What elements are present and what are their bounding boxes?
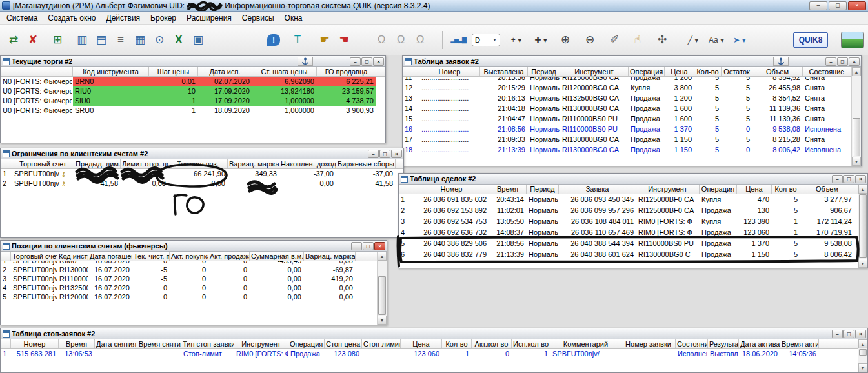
scroll-up-icon[interactable]: ▲: [858, 185, 867, 194]
table-row[interactable]: 526 040 386 829 50621:08:56Нормаль26 040…: [399, 238, 858, 249]
vertical-scrollbar[interactable]: ▲ ▼: [858, 339, 867, 372]
eraser-icon[interactable]: ✐: [605, 30, 624, 50]
pan-icon[interactable]: ✣: [652, 30, 672, 50]
column-header[interactable]: Период: [527, 185, 559, 194]
close-button[interactable]: ×: [373, 57, 384, 66]
column-header[interactable]: Дата активации: [739, 339, 780, 348]
column-header[interactable]: Операция: [700, 185, 737, 194]
column-header[interactable]: Вариац. маржа: [228, 159, 279, 168]
scrollbar-thumb[interactable]: [859, 194, 867, 258]
vertical-scrollbar[interactable]: ▲ ▼: [851, 67, 861, 166]
hand-sign-icon[interactable]: ☛: [315, 30, 334, 50]
minimize-button[interactable]: –: [368, 150, 379, 158]
copy-table-icon[interactable]: ▣: [188, 30, 208, 50]
column-header[interactable]: Результат: [708, 339, 739, 348]
table-row[interactable]: 14........................21:04:18Нормал…: [403, 103, 851, 114]
column-header[interactable]: Заявка: [559, 185, 636, 194]
pin-button[interactable]: [298, 57, 313, 66]
scrollbar-thumb[interactable]: [859, 349, 867, 356]
column-header[interactable]: [1, 252, 11, 261]
table-row[interactable]: 126 036 091 835 03220:43:14Нормаль26 036…: [399, 194, 858, 205]
table-row[interactable]: U0 [FORTS: Фьючерсы]RIU01017.09.202013,9…: [1, 86, 385, 96]
restore-button[interactable]: ◻: [363, 242, 374, 250]
close-button[interactable]: ×: [849, 57, 860, 66]
scrollbar-track[interactable]: [858, 348, 867, 363]
column-header[interactable]: Суммарная в.м.: [250, 252, 304, 261]
window-titlebar[interactable]: Текущие торги #2 – ◻ ×: [1, 56, 385, 67]
quik-button[interactable]: QUIK8: [793, 32, 828, 48]
column-header[interactable]: Накоплен. доход: [279, 159, 336, 168]
column-header[interactable]: Ст. шага цены: [252, 67, 317, 76]
table-row[interactable]: 5SPBFUT00njvRI12000016.07.20200000,000,0…: [1, 292, 377, 301]
column-header[interactable]: Инструмент: [234, 339, 288, 348]
menu-item[interactable]: Система: [1, 12, 43, 24]
column-header[interactable]: Торговый счет: [11, 252, 57, 261]
column-header[interactable]: Операция: [288, 339, 325, 348]
crosshair-icon[interactable]: ✚ ▾: [531, 30, 550, 50]
menu-item[interactable]: Окна: [279, 12, 308, 24]
restore-button[interactable]: ◻: [379, 150, 390, 158]
column-header[interactable]: Шаг цены: [149, 67, 198, 76]
table-row[interactable]: 17........................21:09:33Нормал…: [403, 134, 851, 145]
column-header[interactable]: Биржевые сборы: [336, 159, 396, 168]
column-header[interactable]: Стоп-цена: [325, 339, 362, 348]
table-row[interactable]: 4SPBFUT00njvRI13250016.07.20200000,000,0…: [1, 283, 377, 292]
scrollbar-thumb[interactable]: [378, 276, 386, 315]
close-button[interactable]: ×: [391, 150, 402, 158]
column-header[interactable]: [399, 185, 414, 194]
column-header[interactable]: Кол-во: [694, 67, 722, 76]
window-titlebar[interactable]: Таблица сделок #2 – ◻ ×: [399, 174, 867, 185]
text-label-icon[interactable]: Aa ▾: [707, 30, 726, 50]
line-tool-icon[interactable]: ╱ ▾: [683, 30, 703, 50]
list-icon[interactable]: ≡: [111, 30, 130, 50]
column-header[interactable]: Лимит откр. поз.: [121, 159, 168, 168]
scroll-up-icon[interactable]: ▲: [852, 67, 861, 76]
column-header[interactable]: Тек.чист.поз.: [168, 159, 228, 168]
disconnect-icon[interactable]: ✘: [23, 30, 43, 50]
close-button[interactable]: ×: [855, 175, 866, 183]
table-row[interactable]: 2SPBFUT00njv41,580,000,000,0041,58: [1, 179, 403, 188]
close-button[interactable]: ×: [855, 330, 866, 338]
column-header[interactable]: Стоп-лимит: [362, 339, 401, 348]
scrollbar-thumb[interactable]: [853, 118, 860, 156]
scrollbar-track[interactable]: [858, 194, 867, 259]
column-header[interactable]: Номер: [414, 185, 489, 194]
table-row[interactable]: U0 [FORTS: Фьючерсы]SRU0118.09.20201,000…: [1, 106, 385, 116]
table-row[interactable]: 2SPBFUT00njvRI13000016.07.2020-5000,00-6…: [1, 265, 377, 274]
chart-table-icon[interactable]: ▥: [72, 30, 92, 50]
pin-button[interactable]: [773, 57, 789, 66]
column-header[interactable]: Состояние: [676, 339, 708, 348]
vertical-scrollbar[interactable]: ▲ ▼: [377, 252, 387, 325]
column-header[interactable]: [1, 339, 11, 348]
column-header[interactable]: Номер: [11, 339, 59, 348]
column-header[interactable]: Время: [489, 185, 527, 194]
column-header[interactable]: Цена: [401, 339, 442, 348]
print-icon[interactable]: ▦: [130, 30, 150, 50]
table-row[interactable]: 15........................21:04:47Нормал…: [403, 114, 851, 124]
minimize-button[interactable]: –: [350, 57, 361, 66]
column-header[interactable]: Номер: [419, 67, 480, 76]
restore-button[interactable]: ◻: [843, 175, 854, 183]
column-header[interactable]: Операция: [629, 67, 665, 76]
alert-edit-icon[interactable]: Ω: [391, 30, 410, 50]
zoom-out-icon[interactable]: ⊖: [580, 30, 600, 50]
connect-icon[interactable]: ⇄: [4, 30, 23, 50]
column-header[interactable]: Код инструмента: [73, 67, 149, 76]
column-header[interactable]: Объем: [752, 67, 803, 76]
alert-money-icon[interactable]: Ω: [410, 30, 430, 50]
column-header[interactable]: Акт. покупка: [170, 252, 208, 261]
chart-candles-icon[interactable]: ▂▅▃▇: [449, 30, 468, 50]
restore-button[interactable]: ◻: [837, 57, 848, 66]
scroll-down-icon[interactable]: ▼: [378, 316, 387, 325]
column-header[interactable]: Дата погашения: [88, 252, 132, 261]
column-header[interactable]: Дата исп.: [198, 67, 252, 76]
column-header[interactable]: [1, 67, 73, 76]
table-row[interactable]: U0 [FORTS: Фьючерсы]SiU0117.09.20201,000…: [1, 96, 385, 106]
menu-item[interactable]: Действия: [101, 12, 146, 24]
column-header[interactable]: Тип стоп-заявки: [181, 339, 234, 348]
column-header[interactable]: Объем: [800, 185, 854, 194]
scrollbar-track[interactable]: [852, 76, 861, 157]
marker-tool-icon[interactable]: ➤ ▾: [730, 30, 749, 50]
minimize-button[interactable]: –: [832, 330, 843, 338]
table-row[interactable]: 13........................20:16:13Нормал…: [403, 93, 851, 103]
